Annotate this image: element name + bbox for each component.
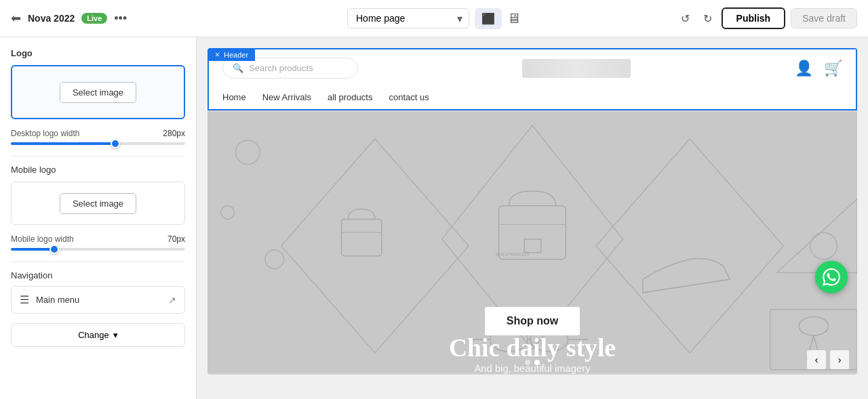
monitor-button[interactable]: 🖥 [507, 11, 521, 26]
change-label: Change [78, 330, 109, 340]
nav-link-contact[interactable]: contact us [389, 92, 429, 102]
desktop-logo-width-label: Desktop logo width 280px [11, 129, 185, 138]
desktop-logo-width-row: Desktop logo width 280px [11, 129, 185, 145]
select-mobile-logo-button[interactable]: Select image [60, 193, 136, 214]
header-icons: 👤 🛒 [795, 60, 842, 77]
nav-link-new-arrivals[interactable]: New Arrivals [262, 92, 311, 102]
header-logo-placeholder [522, 59, 631, 78]
nav-link-all-products[interactable]: all products [328, 92, 372, 102]
save-draft-button[interactable]: Save draft [791, 8, 857, 28]
preview-container: × Header 🔍 Search products 👤 🛒 [208, 48, 857, 375]
redo-button[interactable]: ↻ [699, 9, 716, 28]
header-inner: 🔍 Search products 👤 🛒 Home New Arrivals … [209, 49, 856, 109]
more-options-button[interactable]: ••• [114, 12, 127, 26]
mobile-logo-slider-fill [11, 248, 54, 251]
select-desktop-logo-button[interactable]: Select image [60, 82, 136, 103]
whatsapp-button[interactable] [815, 261, 848, 293]
desktop-logo-slider-thumb[interactable] [111, 139, 120, 148]
hero-dot-1[interactable] [525, 360, 530, 365]
header-nav-links: Home New Arrivals all products contact u… [222, 85, 842, 109]
top-bar: ⬅ Nova 2022 Live ••• Home page ▾ ⬛ 🖥 ↺ ↻… [0, 0, 868, 37]
hero-dot-2[interactable] [534, 360, 540, 365]
hero-section: SHOPMAKER [208, 110, 857, 375]
mobile-logo-width-value: 70px [167, 234, 185, 244]
desktop-logo-width-value: 280px [163, 129, 185, 138]
divider-1 [11, 156, 185, 156]
mobile-logo-label: Mobile logo [11, 165, 185, 175]
store-name: Nova 2022 [28, 13, 75, 24]
logo-upload-area[interactable]: Select image [11, 65, 185, 119]
divider-2 [11, 261, 185, 262]
header-top-row: 🔍 Search products 👤 🛒 [222, 58, 842, 85]
back-icon[interactable]: ⬅ [11, 11, 21, 26]
mobile-logo-slider-thumb[interactable] [50, 245, 59, 254]
svg-text:Chic daily style: Chic daily style [449, 334, 616, 362]
menu-icon: ☰ [20, 293, 29, 306]
header-close-icon[interactable]: × [215, 50, 220, 60]
hero-prev-button[interactable]: ‹ [807, 350, 826, 369]
search-placeholder-text: Search products [249, 63, 313, 73]
page-select-wrap: Home page ▾ [347, 8, 469, 28]
mobile-logo-width-label: Mobile logo width 70px [11, 234, 185, 244]
header-tag-label: Header [224, 51, 248, 59]
right-canvas: × Header 🔍 Search products 👤 🛒 [197, 37, 868, 399]
cart-icon[interactable]: 🛒 [824, 60, 842, 77]
change-button[interactable]: Change ▾ [11, 323, 185, 347]
main-layout: Logo Select image Desktop logo width 280… [0, 37, 868, 399]
desktop-logo-slider-fill [11, 142, 115, 145]
svg-text:SHOPMAKER: SHOPMAKER [495, 251, 530, 257]
user-icon[interactable]: 👤 [795, 60, 813, 77]
hero-cta-area: Shop now [208, 307, 857, 335]
main-menu-label: Main menu [36, 295, 79, 305]
hero-next-button[interactable]: › [830, 350, 849, 369]
page-select[interactable]: Home page [347, 8, 469, 28]
desktop-logo-slider-track[interactable] [11, 142, 185, 145]
mobile-logo-slider-track[interactable] [11, 248, 185, 251]
navigation-label: Navigation [11, 270, 185, 280]
nav-menu-row: ☰ Main menu ↗ [11, 286, 185, 314]
hero-dots [525, 360, 540, 365]
header-label-tag: × Header [208, 49, 255, 61]
nav-menu-inner: ☰ Main menu [20, 293, 79, 306]
shop-now-button[interactable]: Shop now [485, 307, 580, 335]
whatsapp-icon [823, 268, 840, 286]
publish-button[interactable]: Publish [722, 7, 786, 29]
header-section: × Header 🔍 Search products 👤 🛒 [208, 48, 857, 110]
search-icon: 🔍 [233, 63, 243, 73]
undo-button[interactable]: ↺ [677, 9, 694, 28]
left-panel: Logo Select image Desktop logo width 280… [0, 37, 197, 399]
mobile-logo-width-row: Mobile logo width 70px [11, 234, 185, 251]
mobile-logo-area[interactable]: Select image [11, 182, 185, 225]
change-chevron-icon: ▾ [113, 330, 118, 340]
live-badge: Live [81, 13, 107, 24]
grid-view-button[interactable]: ⬛ [475, 8, 502, 29]
logo-section-label: Logo [11, 48, 185, 58]
nav-link-home[interactable]: Home [222, 92, 246, 102]
external-link-icon[interactable]: ↗ [168, 295, 176, 306]
